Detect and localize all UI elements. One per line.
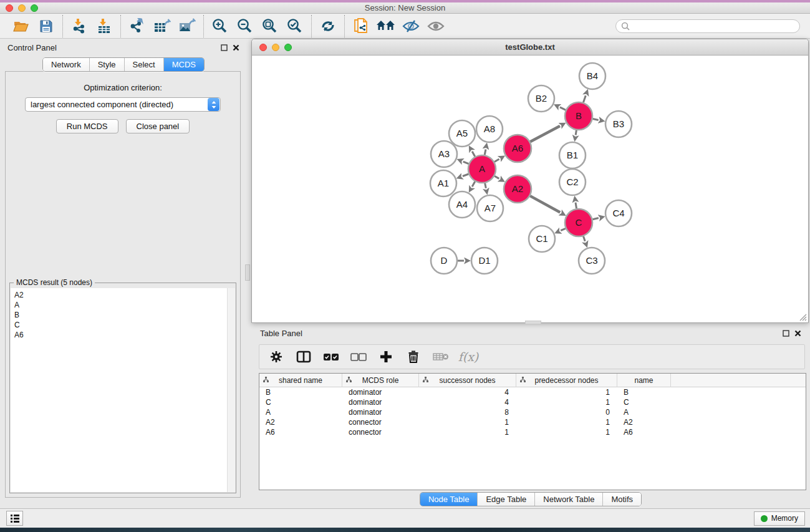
tab-style[interactable]: Style: [89, 58, 124, 71]
float-panel-icon[interactable]: [221, 44, 228, 51]
search-input[interactable]: [630, 22, 794, 31]
criterion-dropdown[interactable]: largest connected component (directed): [25, 97, 221, 112]
node-A7[interactable]: A7: [477, 195, 503, 221]
edge-B-B4[interactable]: [583, 95, 586, 102]
node-A1[interactable]: A1: [430, 170, 456, 196]
edge-C-C2[interactable]: [576, 203, 576, 209]
node-C1[interactable]: C1: [529, 226, 555, 252]
node-B[interactable]: B: [565, 102, 592, 130]
tab-node-table[interactable]: Node Table: [420, 493, 478, 506]
tab-network-table[interactable]: Network Table: [534, 493, 602, 506]
close-table-panel-icon[interactable]: [794, 330, 801, 337]
import-network-button[interactable]: [67, 16, 92, 36]
tab-edge-table[interactable]: Edge Table: [477, 493, 534, 506]
edge-A2-C[interactable]: [530, 196, 560, 212]
edge-A-A2[interactable]: [494, 176, 499, 178]
close-panel-icon[interactable]: [233, 44, 239, 51]
network-canvas[interactable]: B4B2BB3A5A8A6B1A3AC2A1A2A4A7C4CC1C3DD1: [252, 56, 808, 322]
zoom-fit-button[interactable]: [258, 16, 282, 36]
node-A[interactable]: A: [468, 155, 496, 183]
import-table-button[interactable]: [92, 16, 117, 36]
node-D1[interactable]: D1: [471, 248, 498, 274]
delete-column-button[interactable]: [403, 347, 424, 366]
zoom-in-button[interactable]: [208, 16, 233, 36]
edge-C-C1[interactable]: [561, 228, 566, 230]
close-panel-button[interactable]: Close panel: [126, 119, 190, 133]
table-settings-button[interactable]: [266, 347, 287, 366]
mcds-result-item[interactable]: B: [14, 310, 235, 320]
edge-C-C4[interactable]: [592, 218, 598, 220]
export-image-button[interactable]: [175, 16, 200, 36]
node-C[interactable]: C: [565, 209, 592, 236]
node-C3[interactable]: C3: [579, 248, 605, 274]
tab-network[interactable]: Network: [43, 58, 89, 71]
column-header-shared-name[interactable]: shared name: [259, 374, 342, 387]
edge-A-A3[interactable]: [463, 162, 469, 163]
show-eye-button[interactable]: [423, 16, 448, 36]
tab-select[interactable]: Select: [124, 58, 163, 71]
open-session-button[interactable]: [9, 16, 34, 36]
edge-C-C3[interactable]: [583, 236, 585, 241]
save-session-button[interactable]: [34, 16, 59, 36]
table-row[interactable]: A6connector11A6: [259, 427, 806, 437]
edge-B-B2[interactable]: [560, 107, 566, 110]
refresh-button[interactable]: [316, 16, 340, 36]
table-row[interactable]: Adominator80A: [259, 407, 806, 417]
node-C2[interactable]: C2: [559, 169, 586, 195]
node-A5[interactable]: A5: [449, 120, 475, 147]
search-field[interactable]: [615, 19, 800, 33]
zoom-out-button[interactable]: [233, 16, 258, 36]
edge-A-A8[interactable]: [485, 149, 486, 155]
table-row[interactable]: Bdominator41B: [259, 387, 806, 397]
new-network-from-selection-button[interactable]: [349, 16, 374, 36]
edge-A-A7[interactable]: [485, 183, 486, 188]
mcds-result-item[interactable]: C: [14, 320, 235, 330]
node-B3[interactable]: B3: [605, 111, 632, 137]
edge-B-B3[interactable]: [593, 119, 599, 120]
node-A8[interactable]: A8: [476, 116, 503, 142]
edge-A-A4[interactable]: [472, 181, 475, 186]
column-header-successor-nodes[interactable]: successor nodes: [419, 374, 516, 387]
tab-mcds[interactable]: MCDS: [163, 58, 204, 71]
result-scrollbar[interactable]: [227, 288, 235, 492]
node-B1[interactable]: B1: [559, 142, 586, 168]
column-header-predecessor-nodes[interactable]: predecessor nodes: [516, 374, 617, 387]
mcds-result-list[interactable]: A2ABCA6: [11, 288, 235, 492]
mcds-result-item[interactable]: A: [14, 300, 235, 310]
table-row[interactable]: Cdominator41C: [259, 397, 806, 407]
export-network-button[interactable]: [125, 16, 150, 36]
node-A2[interactable]: A2: [504, 175, 531, 203]
edge-A6-B[interactable]: [530, 126, 560, 142]
tab-motifs[interactable]: Motifs: [602, 493, 641, 506]
mcds-result-item[interactable]: A2: [14, 290, 235, 300]
network-graph[interactable]: B4B2BB3A5A8A6B1A3AC2A1A2A4A7C4CC1C3DD1: [252, 56, 808, 322]
node-C4[interactable]: C4: [605, 200, 632, 226]
float-table-panel-icon[interactable]: [783, 330, 789, 337]
table-row[interactable]: A2connector11A2: [259, 417, 806, 427]
unselect-all-button[interactable]: [348, 347, 369, 366]
node-A4[interactable]: A4: [449, 191, 475, 218]
create-column-button[interactable]: [375, 347, 397, 366]
node-A3[interactable]: A3: [431, 141, 457, 167]
edge-A-A6[interactable]: [494, 159, 499, 162]
export-table-button[interactable]: [150, 16, 175, 36]
task-history-button[interactable]: [6, 511, 23, 526]
network-window-titlebar[interactable]: testGlobe.txt: [252, 39, 808, 56]
edge-A-A1[interactable]: [463, 174, 468, 177]
vertical-splitter-handle[interactable]: [245, 264, 250, 281]
column-header-name[interactable]: name: [617, 374, 671, 387]
run-mcds-button[interactable]: Run MCDS: [56, 119, 118, 133]
edge-B-B1[interactable]: [576, 130, 576, 135]
node-A6[interactable]: A6: [504, 135, 531, 162]
node-B4[interactable]: B4: [579, 63, 605, 89]
select-all-button[interactable]: [321, 347, 342, 366]
node-B2[interactable]: B2: [528, 85, 554, 112]
memory-button[interactable]: Memory: [754, 511, 805, 526]
resize-grip-icon[interactable]: [798, 312, 807, 321]
zoom-selected-button[interactable]: [282, 16, 307, 36]
column-header-MCDS-role[interactable]: MCDS role: [342, 374, 419, 387]
node-D[interactable]: D: [431, 248, 457, 274]
show-column-panel-button[interactable]: [293, 347, 314, 366]
mcds-result-item[interactable]: A6: [14, 330, 235, 340]
hide-eye-button[interactable]: [398, 16, 423, 36]
